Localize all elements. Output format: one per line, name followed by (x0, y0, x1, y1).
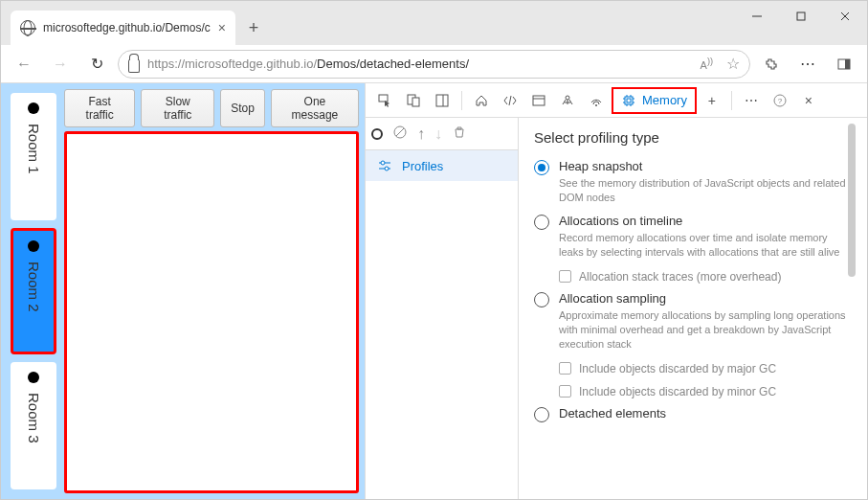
app-tab[interactable] (525, 87, 552, 114)
close-window-button[interactable] (823, 1, 867, 32)
elements-tab[interactable] (497, 87, 523, 114)
refresh-button[interactable]: ↻ (81, 49, 112, 80)
profiling-option[interactable]: Allocations on timelineRecord memory all… (534, 214, 852, 261)
traffic-button[interactable]: Stop (220, 89, 265, 127)
delete-button[interactable] (452, 125, 467, 144)
svg-rect-11 (533, 96, 545, 105)
room-button[interactable]: Room 1 (11, 93, 56, 220)
minimize-button[interactable] (735, 1, 779, 32)
more-tabs-button[interactable]: + (699, 87, 725, 114)
svg-rect-1 (797, 12, 805, 20)
reader-icon[interactable]: A)) (701, 57, 713, 71)
svg-rect-16 (627, 99, 631, 102)
page-main: Fast trafficSlow trafficStopOne message (60, 89, 359, 493)
tab-title: microsoftedge.github.io/Demos/c (43, 21, 211, 34)
dock-icon[interactable] (429, 87, 456, 114)
memory-tab-label: Memory (642, 93, 687, 107)
svg-line-28 (396, 128, 404, 136)
maximize-button[interactable] (779, 1, 823, 32)
globe-icon (20, 20, 35, 35)
devtools-sidebar: ↑ ↓ Profiles (366, 118, 519, 499)
checkbox-label: Allocation stack traces (more overhead) (579, 270, 781, 284)
radio-button[interactable] (534, 160, 549, 175)
record-button[interactable] (371, 128, 383, 140)
memory-tab[interactable]: Memory (612, 87, 697, 114)
option-desc: See the memory distribution of JavaScrip… (559, 176, 852, 206)
checkbox[interactable] (559, 362, 571, 375)
devtools-menu[interactable]: ⋯ (738, 87, 765, 114)
import-button[interactable]: ↑ (417, 125, 425, 143)
option-title: Heap snapshot (559, 159, 852, 173)
option-desc: Approximate memory allocations by sampli… (559, 308, 852, 352)
radio-button[interactable] (534, 215, 549, 230)
browser-tab[interactable]: microsoftedge.github.io/Demos/c × (11, 11, 235, 45)
page-content: Room 1Room 2Room 3 Fast trafficSlow traf… (1, 83, 365, 499)
favorite-icon[interactable]: ☆ (726, 55, 740, 73)
address-bar: ← → ↻ https://microsoftedge.github.io/De… (1, 45, 867, 83)
forward-button: → (45, 49, 76, 80)
checkbox-row[interactable]: Allocation stack traces (more overhead) (559, 270, 852, 284)
traffic-button[interactable]: Fast traffic (64, 89, 135, 127)
room-button[interactable]: Room 2 (11, 228, 56, 355)
room-label: Room 2 (26, 261, 42, 312)
button-row: Fast trafficSlow trafficStopOne message (64, 89, 359, 127)
console-tab[interactable] (554, 87, 581, 114)
close-devtools-button[interactable]: × (795, 87, 822, 114)
option-desc: Record memory allocations over time and … (559, 231, 852, 261)
sidebar-button[interactable] (829, 49, 859, 80)
profiling-option[interactable]: Heap snapshotSee the memory distribution… (534, 159, 852, 206)
profiles-item[interactable]: Profiles (366, 150, 518, 181)
sliders-icon (377, 158, 392, 173)
welcome-tab[interactable] (468, 87, 495, 114)
svg-point-13 (566, 96, 569, 100)
back-button[interactable]: ← (9, 49, 39, 80)
menu-button[interactable]: ⋯ (792, 49, 823, 80)
inspect-icon[interactable] (371, 87, 398, 114)
svg-rect-5 (845, 59, 850, 69)
status-dot (28, 240, 39, 252)
radio-button[interactable] (534, 292, 549, 307)
checkbox-row[interactable]: Include objects discarded by minor GC (559, 385, 852, 398)
close-tab-icon[interactable]: × (218, 20, 226, 35)
svg-rect-9 (436, 95, 448, 106)
devtools-panel: Memory + ⋯ ? × ↑ ↓ Profiles (365, 83, 867, 499)
svg-rect-15 (625, 97, 633, 104)
svg-text:?: ? (778, 97, 783, 105)
profiles-label: Profiles (402, 159, 443, 173)
room-button[interactable]: Room 3 (11, 362, 56, 489)
lock-icon (128, 59, 140, 73)
radio-button[interactable] (534, 407, 549, 422)
devtools-tabbar: Memory + ⋯ ? × (366, 83, 867, 118)
scrollbar[interactable] (848, 124, 856, 277)
checkbox[interactable] (559, 385, 571, 398)
message-output (64, 131, 359, 493)
help-icon[interactable]: ? (767, 87, 793, 114)
room-sidebar: Room 1Room 2Room 3 (7, 89, 60, 493)
profiling-option[interactable]: Detached elements (534, 406, 852, 422)
option-title: Allocations on timeline (559, 214, 852, 228)
svg-point-14 (595, 104, 597, 106)
checkbox-label: Include objects discarded by major GC (579, 362, 776, 375)
checkbox-label: Include objects discarded by minor GC (579, 385, 776, 398)
url-input[interactable]: https://microsoftedge.github.io/Demos/de… (118, 50, 750, 79)
devtools-body: ↑ ↓ Profiles Select profiling type Heap … (366, 118, 867, 499)
traffic-button[interactable]: Slow traffic (141, 89, 214, 127)
profiling-options: Select profiling type Heap snapshotSee t… (519, 118, 867, 499)
svg-rect-8 (412, 98, 419, 106)
status-dot (28, 372, 39, 383)
window-controls (735, 1, 867, 32)
device-icon[interactable] (400, 87, 427, 114)
traffic-button[interactable]: One message (271, 89, 359, 127)
checkbox-row[interactable]: Include objects discarded by major GC (559, 362, 852, 375)
checkbox[interactable] (559, 270, 571, 283)
network-tab[interactable] (583, 87, 610, 114)
svg-point-32 (385, 167, 389, 170)
new-tab-button[interactable]: + (239, 13, 268, 42)
extensions-button[interactable] (756, 49, 787, 80)
profiling-option[interactable]: Allocation samplingApproximate memory al… (534, 291, 852, 352)
room-label: Room 1 (26, 124, 42, 174)
export-button: ↓ (434, 125, 442, 143)
clear-button[interactable] (392, 125, 408, 144)
profiling-heading: Select profiling type (534, 129, 852, 146)
option-title: Detached elements (559, 406, 666, 420)
